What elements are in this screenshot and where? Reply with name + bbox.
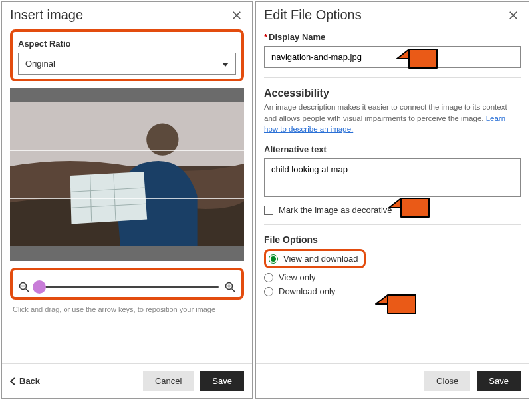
radio-label: View and download (283, 254, 358, 264)
insert-image-panel: Insert image Aspect Ratio Original (1, 1, 253, 399)
alt-text-label: Alternative text (264, 144, 521, 154)
zoom-slider[interactable] (35, 286, 219, 288)
close-icon[interactable] (506, 8, 521, 23)
checkbox-icon (264, 206, 273, 215)
chevron-down-icon (222, 59, 229, 69)
svg-line-3 (26, 289, 29, 292)
zoom-in-icon[interactable] (224, 281, 236, 293)
save-button[interactable]: Save (200, 371, 244, 391)
save-button[interactable]: Save (477, 371, 521, 391)
radio-icon (264, 287, 273, 296)
back-label: Back (19, 376, 40, 386)
panel-title: Edit File Options (264, 7, 362, 23)
radio-icon (264, 273, 273, 282)
panel-title: Insert image (10, 7, 83, 23)
decorative-checkbox[interactable]: Mark the image as decorative (264, 205, 521, 215)
option-view-only[interactable]: View only (264, 272, 521, 282)
file-option-highlight: View and download (264, 249, 366, 268)
aspect-ratio-value: Original (25, 59, 55, 69)
option-view-and-download[interactable]: View and download (269, 254, 358, 264)
close-icon[interactable] (229, 8, 244, 23)
radio-icon (269, 254, 278, 264)
file-options-heading: File Options (264, 234, 521, 245)
decorative-label: Mark the image as decorative (279, 205, 392, 215)
cancel-button[interactable]: Cancel (143, 371, 194, 391)
svg-rect-0 (10, 102, 244, 166)
zoom-out-icon[interactable] (18, 281, 30, 293)
edit-file-options-panel: Edit File Options *Display Name Accessib… (255, 1, 529, 399)
aspect-ratio-highlight: Aspect Ratio Original (10, 29, 244, 81)
reposition-helper-text: Click and drag, or use the arrow keys, t… (10, 305, 244, 315)
display-name-input[interactable] (264, 46, 521, 68)
svg-line-6 (232, 289, 235, 292)
close-button[interactable]: Close (424, 371, 470, 391)
back-button[interactable]: Back (10, 376, 40, 386)
image-crop-area[interactable] (10, 88, 244, 261)
zoom-slider-thumb[interactable] (33, 280, 46, 294)
aspect-ratio-label: Aspect Ratio (18, 39, 236, 49)
accessibility-heading: Accessibility (264, 87, 521, 99)
aspect-ratio-select[interactable]: Original (18, 53, 236, 75)
option-download-only[interactable]: Download only (264, 286, 521, 296)
radio-label: View only (279, 272, 315, 282)
alt-text-input[interactable] (264, 158, 521, 197)
accessibility-description: An image description makes it easier to … (264, 102, 521, 135)
zoom-highlight (10, 268, 244, 300)
preview-image (10, 102, 244, 246)
display-name-label: *Display Name (264, 32, 521, 42)
radio-label: Download only (279, 286, 335, 296)
